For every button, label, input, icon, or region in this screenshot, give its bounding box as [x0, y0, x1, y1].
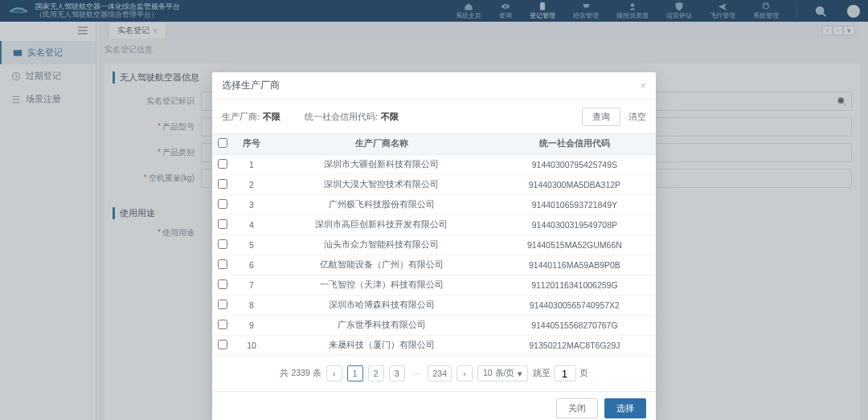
table-row[interactable]: 9广东世季科技有限公司91440515568270767G	[212, 316, 656, 336]
table-row[interactable]: 8深圳市哈博森科技有限公司91440300565740957X2	[212, 296, 656, 316]
row-code: 91440300319549708P	[493, 215, 656, 235]
pager-dots: ···	[410, 369, 424, 378]
col-name: 生产厂商名称	[270, 133, 493, 155]
row-code: 91440515MA52GUM66N	[493, 235, 656, 255]
table-row[interactable]: 7一飞智控（天津）科技有限公司91120116341006259G	[212, 275, 656, 296]
select-all-checkbox[interactable]	[218, 138, 227, 148]
pager-page-2[interactable]: 2	[368, 365, 384, 381]
row-checkbox[interactable]	[218, 219, 227, 229]
pager-size-select[interactable]: 10 条/页 ▾	[477, 365, 528, 381]
row-checkbox[interactable]	[218, 179, 227, 189]
row-name: 汕头市众力智能科技有限公司	[270, 235, 493, 255]
modal-close-button[interactable]: 关闭	[556, 398, 598, 418]
table-row[interactable]: 2深圳大漠大智控技术有限公司91440300MA5DBA312P	[212, 175, 656, 195]
filter-value[interactable]: 不限	[263, 111, 280, 123]
pager: 共 2339 条 ‹ 1 2 3 ··· 234 › 10 条/页 ▾ 跳至 页	[212, 356, 656, 391]
row-code: 91120116341006259G	[493, 275, 656, 296]
row-code: 91440106593721849Y	[493, 195, 656, 215]
row-checkbox[interactable]	[218, 320, 227, 329]
row-name: 广州极飞科技股份有限公司	[270, 195, 493, 215]
row-code: 91440300795425749S	[493, 155, 656, 175]
row-code: 91440300MA5DBA312P	[493, 175, 656, 195]
row-checkbox[interactable]	[218, 279, 227, 289]
pager-page-3[interactable]: 3	[389, 365, 405, 381]
row-index: 5	[233, 235, 270, 255]
pager-total: 共 2339 条	[280, 368, 321, 379]
row-checkbox[interactable]	[218, 239, 227, 249]
row-checkbox[interactable]	[218, 199, 227, 209]
row-index: 9	[233, 316, 270, 336]
row-code: 91440116MA59AB9P0B	[493, 255, 656, 275]
filter-manufacturer: 生产厂商: 不限	[222, 111, 280, 123]
table-row[interactable]: 5汕头市众力智能科技有限公司91440515MA52GUM66N	[212, 235, 656, 255]
table-row[interactable]: 1深圳市大疆创新科技有限公司91440300795425749S	[212, 155, 656, 175]
row-code: 91440515568270767G	[493, 316, 656, 336]
table-row[interactable]: 3广州极飞科技股份有限公司91440106593721849Y	[212, 195, 656, 215]
row-name: 一飞智控（天津）科技有限公司	[270, 275, 493, 296]
modal-choose-button[interactable]: 选择	[604, 398, 646, 418]
pager-page-1[interactable]: 1	[347, 365, 363, 381]
filter-code: 统一社会信用代码: 不限	[305, 111, 399, 123]
jump-label: 跳至	[533, 368, 551, 379]
table-row[interactable]: 6亿航智能设备（广州）有限公司91440116MA59AB9P0B	[212, 255, 656, 275]
size-label: 10 条/页	[483, 368, 515, 379]
row-index: 2	[233, 175, 270, 195]
filter-value[interactable]: 不限	[381, 111, 399, 123]
row-checkbox[interactable]	[218, 259, 227, 269]
filter-label: 统一社会信用代码:	[305, 111, 378, 123]
row-name: 深圳市大疆创新科技有限公司	[270, 155, 493, 175]
row-index: 10	[233, 336, 270, 356]
row-name: 广东世季科技有限公司	[270, 316, 493, 336]
table-row[interactable]: 4深圳市高巨创新科技开发有限公司91440300319549708P	[212, 215, 656, 235]
row-index: 8	[233, 296, 270, 316]
pager-jump: 跳至 页	[533, 365, 588, 381]
row-index: 6	[233, 255, 270, 275]
pager-prev[interactable]: ‹	[326, 365, 342, 381]
row-name: 深圳市高巨创新科技开发有限公司	[270, 215, 493, 235]
table-row[interactable]: 10来晟科技（厦门）有限公司91350212MAC8T6G29J	[212, 336, 656, 356]
jump-suffix: 页	[579, 368, 588, 379]
row-name: 深圳市哈博森科技有限公司	[270, 296, 493, 316]
row-checkbox[interactable]	[218, 340, 227, 349]
row-index: 7	[233, 275, 270, 296]
row-code: 91350212MAC8T6G29J	[493, 336, 656, 356]
row-index: 4	[233, 215, 270, 235]
row-name: 深圳大漠大智控技术有限公司	[270, 175, 493, 195]
col-index: 序号	[233, 133, 270, 155]
close-icon[interactable]: ×	[640, 80, 646, 92]
row-checkbox[interactable]	[218, 300, 227, 309]
row-checkbox[interactable]	[218, 159, 227, 169]
clear-link[interactable]: 清空	[628, 111, 646, 123]
manufacturer-table: 序号 生产厂商名称 统一社会信用代码 1深圳市大疆创新科技有限公司9144030…	[212, 133, 656, 356]
pager-page-last[interactable]: 234	[428, 365, 452, 381]
modal-mask: 选择生产厂商 × 生产厂商: 不限 统一社会信用代码: 不限 查询 清空 序号	[0, 0, 868, 420]
row-code: 91440300565740957X2	[493, 296, 656, 316]
row-index: 1	[233, 155, 270, 175]
col-code: 统一社会信用代码	[493, 133, 656, 155]
chevron-down-icon: ▾	[518, 369, 522, 378]
row-name: 来晟科技（厦门）有限公司	[270, 336, 493, 356]
pager-next[interactable]: ›	[457, 365, 473, 381]
query-button[interactable]: 查询	[582, 108, 620, 126]
jump-input[interactable]	[554, 365, 576, 381]
row-name: 亿航智能设备（广州）有限公司	[270, 255, 493, 275]
filter-label: 生产厂商:	[222, 111, 260, 123]
col-checkbox	[212, 133, 233, 155]
row-index: 3	[233, 195, 270, 215]
modal-title: 选择生产厂商	[222, 79, 280, 92]
manufacturer-modal: 选择生产厂商 × 生产厂商: 不限 统一社会信用代码: 不限 查询 清空 序号	[212, 72, 656, 420]
